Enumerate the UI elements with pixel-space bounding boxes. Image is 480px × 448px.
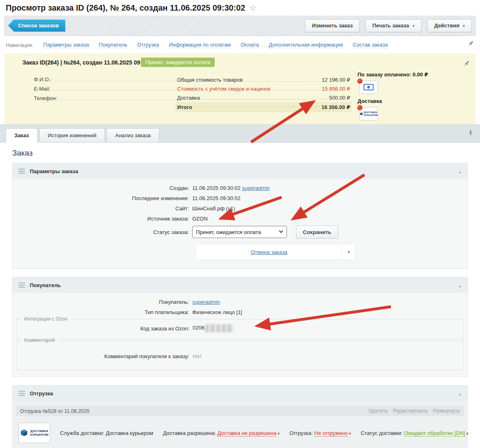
chevron-down-icon: ▾ bbox=[466, 431, 468, 436]
favorite-star-icon[interactable] bbox=[249, 3, 257, 13]
collapse-icon[interactable] bbox=[458, 168, 462, 174]
field-row-customer: Покупатель: superadmin bbox=[13, 299, 467, 305]
cancel-order-link[interactable]: Отмена заказа bbox=[196, 249, 342, 255]
save-status-button[interactable]: Сохранить bbox=[296, 225, 338, 238]
cancel-order-box: Отмена заказа bbox=[196, 244, 356, 260]
superadmin-link[interactable]: superadmin bbox=[242, 185, 270, 191]
attention-dot-icon bbox=[357, 105, 362, 110]
field-label: Покупатель: bbox=[13, 299, 192, 305]
tab-bar: Заказ История изменений Анализ заказа bbox=[0, 124, 480, 143]
dotted-leader bbox=[54, 81, 178, 81]
delivery-method-icon[interactable]: ДОСТАВКАКУРЬЕРОМ bbox=[359, 107, 378, 120]
drag-handle-icon[interactable] bbox=[18, 283, 25, 288]
nav-link-order-items[interactable]: Состав заказа bbox=[353, 42, 388, 48]
actions-label: Действия bbox=[434, 22, 460, 29]
shipment-number: Отгрузка №528 от 11.06.2025 bbox=[20, 408, 89, 414]
field-label: Код заказа из Ozon: bbox=[16, 325, 193, 332]
delivery-status-toggle[interactable]: Ожидает обработки [DN] bbox=[404, 430, 465, 437]
contact-row-email: E-Mail: bbox=[34, 82, 180, 92]
dotted-leader bbox=[272, 90, 320, 91]
print-order-button[interactable]: Печать заказа bbox=[365, 19, 421, 32]
section-body: Покупатель: superadmin Тип плательщика: … bbox=[13, 293, 467, 377]
courier-logo: ДОСТАВКАКУРЬЕРОМ bbox=[18, 423, 50, 443]
section-header: Параметры заказа bbox=[13, 163, 467, 179]
order-source-value: OZON bbox=[192, 216, 208, 222]
nav-link-additional-info[interactable]: Дополнительная информация bbox=[269, 42, 343, 48]
banknote-icon bbox=[363, 84, 374, 91]
tab-order-analysis[interactable]: Анализ заказа bbox=[107, 128, 159, 142]
field-label: Тип плательщика: bbox=[13, 309, 192, 315]
payment-method-icon[interactable] bbox=[359, 80, 378, 94]
field-value: 11.06.2025 09:30:02 bbox=[192, 195, 240, 201]
total-value: 500.00 ₽ bbox=[329, 95, 350, 101]
total-value: 15 856.00 ₽ bbox=[322, 86, 350, 92]
dotted-leader bbox=[202, 99, 327, 100]
section-title: Отгрузка bbox=[30, 390, 53, 397]
tab-change-history[interactable]: История изменений bbox=[39, 128, 105, 142]
delivery-allowed: Доставка разрешена: Доставка не разрешен… bbox=[163, 430, 280, 436]
page-title: Просмотр заказа ID (264), № 264, создан … bbox=[6, 3, 245, 13]
drag-handle-icon[interactable] bbox=[18, 391, 25, 396]
field-row-status: Статус заказа: Принят, ожидается оплата … bbox=[13, 225, 467, 238]
delivery-allowed-toggle[interactable]: Доставка не разрешена bbox=[218, 430, 276, 437]
customer-link[interactable]: superadmin bbox=[192, 299, 220, 305]
chevron-down-icon[interactable] bbox=[342, 244, 355, 260]
nav-link-payments-info[interactable]: Информация по оплатам bbox=[169, 42, 231, 48]
section-body: Отгрузка №528 от 11.06.2025 Удалить Реда… bbox=[13, 401, 467, 448]
section-order-params: Параметры заказа Создан: 11.06.2025 09:3… bbox=[12, 163, 468, 269]
section-title: Покупатель bbox=[30, 282, 61, 288]
field-label: Комментарий покупателя к заказу: bbox=[16, 353, 193, 359]
courier-logo-text: ДОСТАВКАКУРЬЕРОМ bbox=[30, 429, 49, 437]
email-label: E-Mail: bbox=[34, 86, 50, 92]
section-shipment: Отгрузка Отгрузка №528 от 11.06.2025 Уда… bbox=[12, 385, 468, 448]
delivery-label: Доставка bbox=[358, 98, 480, 104]
blurred-code bbox=[205, 324, 233, 332]
field-label: Создан: bbox=[13, 185, 192, 191]
collapse-icon[interactable] bbox=[458, 282, 462, 288]
total-value: 12 196.00 ₽ bbox=[322, 77, 350, 83]
delete-shipment-link[interactable]: Удалить bbox=[369, 408, 388, 414]
field-label: Источник заказа: bbox=[13, 216, 192, 222]
actions-button[interactable]: Действия bbox=[427, 19, 472, 32]
pin-icon[interactable] bbox=[463, 60, 470, 67]
total-value: 16 356.00 ₽ bbox=[322, 104, 351, 110]
contact-row-phone: Телефон: bbox=[34, 92, 180, 101]
order-status-badge: Принят, ожидается оплата bbox=[141, 58, 215, 67]
shipped-status-toggle[interactable]: Не отгружено bbox=[314, 430, 348, 437]
total-label: Стоимость с учётом скидок и наценок bbox=[177, 86, 270, 92]
shipment-actions: Удалить Редактировать Развернуть bbox=[369, 408, 460, 414]
drag-handle-icon[interactable] bbox=[18, 169, 25, 174]
payment-delivery-column: По заказу оплачено: 0.00 ₽ Доставка ДОСТ… bbox=[358, 71, 480, 125]
nav-link-shipment[interactable]: Отгрузка bbox=[137, 42, 159, 48]
edit-order-button[interactable]: Изменить заказ bbox=[305, 19, 360, 32]
order-view-page: Просмотр заказа ID (264), № 264, создан … bbox=[0, 0, 480, 448]
customer-contact-fields: Ф.И.О.: E-Mail: Телефон: bbox=[34, 73, 180, 101]
navigation-label: Навигация: bbox=[6, 42, 33, 48]
edit-shipment-link[interactable]: Редактировать bbox=[393, 408, 428, 414]
total-row-discounted: Стоимость с учётом скидок и наценок 15 8… bbox=[176, 83, 352, 92]
nav-link-order-params[interactable]: Параметры заказа bbox=[43, 42, 89, 48]
tab-order[interactable]: Заказ bbox=[6, 128, 38, 143]
pin-icon[interactable] bbox=[467, 129, 474, 137]
pin-icon[interactable] bbox=[467, 40, 474, 47]
dotted-leader bbox=[60, 100, 178, 100]
comment-fieldset: Комментарий Комментарий покупателя к зак… bbox=[16, 340, 464, 370]
total-label: Итого bbox=[177, 104, 192, 110]
status-controls: Принят, ожидается оплата Сохранить bbox=[192, 225, 338, 238]
orders-list-button[interactable]: Список заказов bbox=[8, 20, 65, 32]
section-header: Покупатель bbox=[13, 277, 467, 293]
expand-shipment-link[interactable]: Развернуть bbox=[433, 408, 460, 414]
dotted-leader bbox=[194, 107, 320, 107]
print-order-label: Печать заказа bbox=[372, 22, 409, 29]
nav-link-payment[interactable]: Оплата bbox=[241, 42, 259, 48]
tab-content: Заказ Параметры заказа Создан: 11.06.202… bbox=[0, 143, 480, 448]
collapse-icon[interactable] bbox=[458, 390, 462, 397]
field-value: superadmin bbox=[192, 299, 220, 305]
nav-link-customer[interactable]: Покупатель bbox=[99, 42, 127, 48]
field-label: Статус заказа: bbox=[13, 229, 192, 235]
order-status-select[interactable]: Принят, ожидается оплата bbox=[192, 226, 287, 238]
shipment-row: ДОСТАВКАКУРЬЕРОМ Служба доставки: Достав… bbox=[16, 416, 464, 443]
field-row-payer-type: Тип плательщика: Физическое лицо [1] bbox=[13, 309, 467, 316]
total-label: Доставка bbox=[177, 95, 200, 101]
fio-label: Ф.И.О.: bbox=[34, 76, 52, 82]
